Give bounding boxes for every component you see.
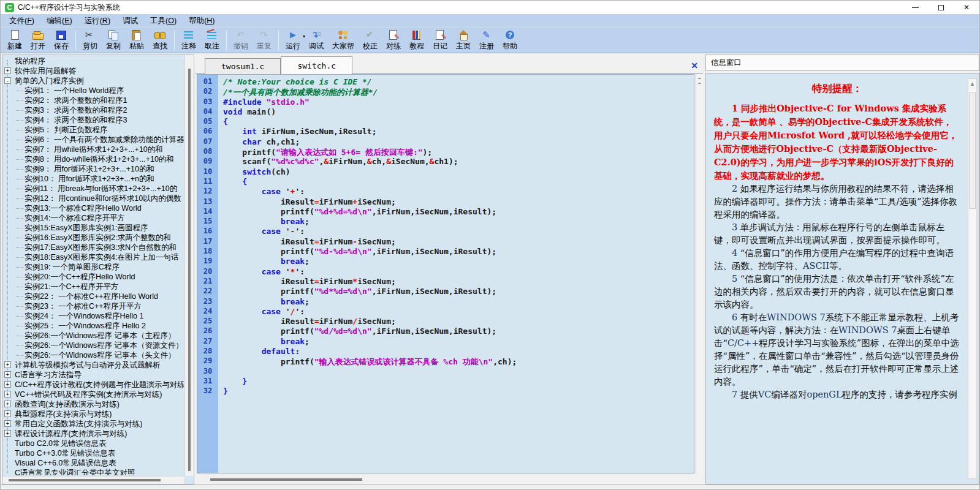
line-number[interactable]: 15 xyxy=(197,217,218,227)
code-text[interactable]: int iFirNum,iSecNum,iResult; xyxy=(218,127,376,137)
comment-lines-button[interactable]: 注释 xyxy=(177,28,200,53)
code-text[interactable]: #include "stdio.h" xyxy=(218,97,310,107)
expand-icon[interactable]: + xyxy=(4,420,11,427)
tree-item[interactable]: 实例24： 一个Windows程序Hello 1 xyxy=(2,311,184,321)
line-number[interactable]: 30 xyxy=(197,367,218,377)
help-question-button[interactable]: 帮助 xyxy=(498,28,522,53)
code-text[interactable]: char ch,ch1; xyxy=(218,137,300,147)
tree-item[interactable]: 实例7： 用while循环求1+2+3+...+10的和 xyxy=(2,145,184,154)
tree-item[interactable]: 实例13:一个标准C程序Hello World xyxy=(2,203,184,213)
tree-item[interactable]: 实例11： 用break与for循环求1+2+3+...+10的 xyxy=(2,184,184,194)
editor-hscroll-thumb[interactable] xyxy=(210,478,362,481)
code-text[interactable]: switch(ch) xyxy=(218,167,291,177)
line-number[interactable]: 19 xyxy=(197,257,218,266)
practice-edit-button[interactable]: 对练 xyxy=(382,28,405,53)
code-text[interactable]: case '*': xyxy=(218,267,305,277)
line-number[interactable]: 21 xyxy=(197,277,218,287)
line-number[interactable]: 22 xyxy=(197,287,218,296)
tree-vscroll-thumb[interactable] xyxy=(188,69,191,471)
expand-icon[interactable]: + xyxy=(4,401,11,407)
paste-clipboard-button[interactable]: 粘贴 xyxy=(125,28,148,53)
menu-edit[interactable]: 编辑(E) xyxy=(40,14,78,28)
tree-item[interactable]: 实例1： 一个Hello World程序 xyxy=(2,86,184,96)
close-tab-icon[interactable]: ✕ xyxy=(691,61,698,70)
line-number[interactable]: 05 xyxy=(197,117,218,127)
tutorial-books-button[interactable]: 教程 xyxy=(405,28,428,53)
code-text[interactable]: /*一个具有两个数加减乘除功能的计算器*/ xyxy=(218,87,378,97)
expand-icon[interactable]: + xyxy=(4,430,11,437)
code-text[interactable]: iResult=iFirNum*iSecNum; xyxy=(218,277,396,287)
line-number[interactable]: 25 xyxy=(197,317,218,326)
tree-item[interactable]: 实例15:EasyX图形库实例1:画圆程序 xyxy=(2,223,184,233)
tree-item[interactable]: +典型源程序(支持演示与对练) xyxy=(2,409,184,419)
info-vscroll-thumb[interactable] xyxy=(969,92,976,209)
line-number[interactable]: 18 xyxy=(197,247,218,257)
tree-item[interactable]: 实例6： 一个具有两个数加减乘除功能的计算器 xyxy=(2,135,184,145)
line-number[interactable]: 01 xyxy=(197,77,218,87)
line-number[interactable]: 20 xyxy=(197,267,218,277)
tree-item[interactable]: 实例20:一个C++程序Hello World xyxy=(2,272,184,282)
editor-horizontal-scrollbar[interactable] xyxy=(197,475,694,484)
expand-icon[interactable]: + xyxy=(4,381,11,388)
code-text[interactable]: void main() xyxy=(218,107,276,117)
expand-icon[interactable]: + xyxy=(4,67,11,74)
expand-icon[interactable]: + xyxy=(4,410,11,417)
tree-item[interactable]: 实例3： 求两个整数的和程序2 xyxy=(2,105,184,115)
people-help-button[interactable]: 大家帮 xyxy=(328,28,359,53)
tree-item[interactable]: +函数查询(支持函数演示与对练) xyxy=(2,399,184,409)
code-text[interactable]: } xyxy=(218,386,228,396)
menu-help[interactable]: 帮助(H) xyxy=(183,14,221,28)
tree-item[interactable]: 实例14:一个标准C程序开平方 xyxy=(2,213,184,223)
line-number[interactable]: 16 xyxy=(197,227,218,236)
code-text[interactable]: break; xyxy=(218,297,310,307)
code-text[interactable]: iResult=iFirNum/iSecNum; xyxy=(218,317,396,326)
tree-item[interactable]: 实例25： 一个Windows程序 Hello 2 xyxy=(2,321,184,331)
line-number[interactable]: 12 xyxy=(197,187,218,197)
code-text[interactable]: { xyxy=(218,117,228,127)
tree-item[interactable]: 实例19: 一个简单图形C程序 xyxy=(2,262,184,272)
menu-file[interactable]: 文件(F) xyxy=(3,14,40,28)
copy-pages-button[interactable]: 复制 xyxy=(102,28,125,53)
line-number[interactable]: 13 xyxy=(197,197,218,207)
tree-item[interactable]: 实例22： 一个标准C++程序Hello World xyxy=(2,292,184,301)
line-number[interactable]: 17 xyxy=(197,237,218,247)
save-disk-button[interactable]: 保存 xyxy=(50,28,73,53)
line-number[interactable]: 02 xyxy=(197,87,218,97)
info-vertical-scrollbar[interactable]: ▲ xyxy=(968,78,977,479)
tree-item[interactable]: 实例21:一个C++程序开平方 xyxy=(2,282,184,292)
new-file-button[interactable]: 新建 xyxy=(3,28,26,53)
tree-vertical-scrollbar[interactable] xyxy=(184,55,194,476)
check-mark-button[interactable]: 校正 xyxy=(359,28,382,53)
expand-icon[interactable]: + xyxy=(4,361,11,368)
line-number[interactable]: 23 xyxy=(197,297,218,307)
code-text[interactable]: printf("%d-%d=%d\n",iFirNum,iSecNum,iRes… xyxy=(218,247,496,257)
uncomment-lines-button[interactable]: 取注 xyxy=(200,28,224,53)
tree-item[interactable]: -简单的入门程序实例 xyxy=(2,76,184,86)
code-text[interactable] xyxy=(218,367,223,377)
code-text[interactable]: case '+': xyxy=(218,187,305,197)
line-number[interactable]: 32 xyxy=(197,386,218,396)
code-text[interactable]: /* Note:Your choice is C IDE */ xyxy=(218,77,372,87)
tree-item[interactable]: 实例16:EasyX图形库实例2:求两个整数的和 xyxy=(2,233,184,243)
tree-item[interactable]: 实例17:EasyX图形库实例3:求N个自然数的和 xyxy=(2,243,184,252)
code-text[interactable]: case '-': xyxy=(218,227,305,236)
find-binoculars-button[interactable]: 查找 xyxy=(148,28,172,53)
editor-vertical-scrollbar[interactable] xyxy=(696,74,703,473)
tree-item[interactable]: Visual C++6.0常见错误信息表 xyxy=(2,458,184,468)
tree-item[interactable]: 实例9： 用for循环求1+2+3+...+10的和 xyxy=(2,164,184,174)
tree-hscroll-thumb[interactable] xyxy=(9,479,161,481)
tree-item[interactable]: C语言常见专业词汇分类中英文对照 xyxy=(2,468,184,475)
tree-item[interactable]: 实例26:一个Widnows程序 记事本（头文件） xyxy=(2,350,184,360)
tree-item[interactable]: 实例26:一个Widnows程序 记事本（资源文件） xyxy=(2,341,184,350)
tree-item[interactable]: Turbo C2.0常见错误信息表 xyxy=(2,439,184,448)
code-text[interactable]: printf("%d*%d=%d\n",iFirNum,iSecNum,iRes… xyxy=(218,287,496,296)
code-text[interactable]: break; xyxy=(218,337,310,347)
code-text[interactable]: break; xyxy=(218,217,310,227)
line-number[interactable]: 27 xyxy=(197,337,218,347)
tree-item[interactable]: 实例26:一个Widnows程序 记事本（主程序） xyxy=(2,331,184,341)
line-number[interactable]: 11 xyxy=(197,177,218,187)
line-number[interactable]: 08 xyxy=(197,147,218,157)
debug-step-button[interactable]: 调试 xyxy=(305,28,328,53)
tree-item[interactable]: 实例5： 判断正负数程序 xyxy=(2,125,184,135)
tree-item[interactable]: 实例18:EasyX图形库实例4:在图片上加一句话 xyxy=(2,252,184,262)
